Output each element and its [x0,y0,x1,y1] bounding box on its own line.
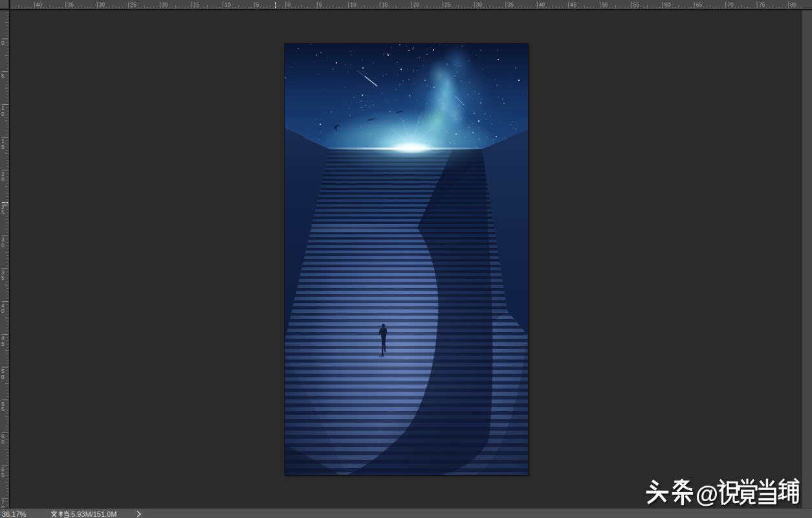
svg-text:60: 60 [664,1,671,8]
svg-text:80: 80 [790,1,796,8]
svg-text:5: 5 [1,406,5,412]
svg-text:0: 0 [1,439,5,445]
svg-text:@: @ [696,481,718,508]
svg-text:30: 30 [476,1,483,8]
svg-text:20: 20 [162,1,168,8]
svg-text:5: 5 [1,341,5,347]
svg-text:25: 25 [444,1,451,8]
svg-text:35: 35 [507,1,514,8]
svg-text:40: 40 [36,1,43,8]
svg-text:35: 35 [67,1,74,8]
svg-text:70: 70 [727,1,734,8]
svg-text:15: 15 [193,1,200,8]
svg-text:15: 15 [382,1,388,8]
svg-text:0: 0 [1,374,5,380]
svg-text:0: 0 [1,308,5,314]
svg-text:5: 5 [1,73,5,79]
svg-text:10: 10 [225,1,231,8]
svg-text:5: 5 [1,472,5,479]
svg-text:5: 5 [1,144,5,150]
svg-text:0: 0 [1,111,5,117]
svg-text:0: 0 [1,176,5,183]
svg-text:50: 50 [602,1,608,8]
svg-text:45: 45 [570,1,576,8]
svg-text:5: 5 [1,275,5,281]
svg-text:75: 75 [759,1,765,8]
svg-text:40: 40 [539,1,545,8]
svg-text:20: 20 [413,1,420,8]
svg-text:10: 10 [350,1,357,8]
svg-text:0: 0 [1,39,5,46]
svg-text:25: 25 [130,1,137,8]
svg-text:0: 0 [1,242,5,249]
svg-text:55: 55 [633,1,640,8]
svg-text:5: 5 [1,209,5,216]
svg-text:65: 65 [696,1,703,8]
svg-text:30: 30 [99,1,105,8]
